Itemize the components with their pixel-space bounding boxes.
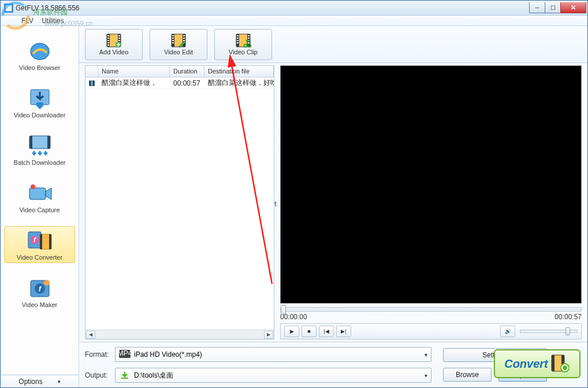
svg-rect-63	[121, 378, 128, 379]
svg-rect-51	[237, 42, 239, 43]
browse-button[interactable]: Browse	[443, 368, 492, 382]
sidebar-item-video-converter[interactable]: f Video Converter	[4, 226, 75, 263]
svg-rect-50	[237, 40, 239, 41]
svg-rect-24	[107, 38, 109, 39]
col-duration[interactable]: Duration	[170, 66, 204, 77]
svg-rect-8	[29, 188, 46, 199]
svg-rect-52	[248, 35, 250, 36]
menu-flv[interactable]: FLV	[21, 17, 34, 25]
svg-rect-41	[183, 35, 185, 36]
sidebar: Video Browser Video Downloader Batch Dow…	[1, 26, 79, 387]
sidebar-item-batch-downloader[interactable]: Batch Downloader	[1, 131, 79, 168]
download-arrow-icon	[119, 371, 131, 380]
svg-rect-29	[118, 38, 120, 39]
svg-rect-15	[49, 234, 51, 249]
sidebar-item-label: Video Capture	[19, 206, 59, 213]
svg-rect-30	[118, 40, 120, 41]
tool-label: Video Clip	[229, 49, 258, 56]
download-icon	[26, 87, 54, 110]
cell-name: 醋溜白菜这样做，	[98, 78, 170, 88]
svg-rect-28	[118, 35, 120, 36]
options-button[interactable]: Options	[1, 375, 79, 387]
titlebar: GetFLV 18.5866.556 ─ ☐ ✕	[1, 1, 587, 16]
menu-utilities[interactable]: Utilities	[42, 17, 64, 25]
svg-rect-23	[107, 35, 109, 36]
sidebar-item-video-browser[interactable]: Video Browser	[1, 36, 79, 73]
sidebar-item-video-capture[interactable]: Video Capture	[1, 179, 79, 216]
volume-slider[interactable]	[520, 330, 578, 333]
film-plus-icon	[106, 33, 122, 48]
bottom-bar: Format: MP4 iPad HD Video(*.mp4) Output:…	[79, 342, 587, 387]
output-combo[interactable]: D:\tools\桌面	[115, 368, 431, 383]
play-button[interactable]: ▶	[284, 326, 299, 337]
splitter-marker: t	[274, 200, 277, 208]
file-icon	[89, 79, 95, 87]
output-value: D:\tools\桌面	[134, 371, 173, 380]
sidebar-item-label: Video Browser	[19, 64, 60, 71]
maker-icon: f	[26, 277, 54, 300]
menubar: FLV Utilities	[1, 16, 587, 26]
h-scrollbar[interactable]: ◀ ▶	[85, 330, 274, 339]
video-clip-button[interactable]: Video Clip	[214, 29, 272, 60]
col-name[interactable]: Name	[98, 66, 170, 77]
window-title: GetFLV 18.5866.556	[16, 4, 530, 12]
col-icon[interactable]	[85, 66, 98, 77]
sidebar-item-label: Video Downloader	[14, 112, 66, 119]
globe-icon	[26, 40, 54, 63]
close-button[interactable]: ✕	[560, 2, 586, 13]
table-row[interactable]: 醋溜白菜这样做， 00:00:57 醋溜白菜这样做，好吃	[85, 77, 274, 89]
film-clip-icon	[235, 33, 251, 48]
next-button[interactable]: ▶|	[336, 326, 351, 337]
svg-rect-37	[172, 35, 174, 36]
svg-rect-42	[183, 38, 185, 39]
svg-rect-65	[552, 355, 554, 371]
mute-button[interactable]: 🔊	[500, 326, 515, 337]
svg-point-9	[31, 184, 35, 189]
batch-download-icon	[26, 135, 54, 158]
svg-rect-27	[107, 45, 109, 46]
window-buttons: ─ ☐ ✕	[530, 2, 586, 13]
toolbar: Add Video Video Edit Video Clip	[79, 26, 587, 63]
video-preview[interactable]	[280, 65, 582, 304]
sidebar-item-video-downloader[interactable]: Video Downloader	[1, 84, 79, 121]
list-header: Name Duration Destination file	[85, 66, 274, 77]
list-rows: 醋溜白菜这样做， 00:00:57 醋溜白菜这样做，好吃	[85, 77, 274, 330]
time-total: 00:00:57	[554, 313, 582, 321]
volume-thumb[interactable]	[565, 327, 570, 335]
scroll-track[interactable]	[96, 331, 263, 339]
col-destination[interactable]: Destination file	[204, 66, 274, 77]
camera-icon	[26, 182, 54, 205]
film-edit-icon	[170, 33, 187, 48]
cell-destination: 醋溜白菜这样做，好吃	[204, 78, 274, 88]
svg-rect-1	[6, 5, 12, 11]
svg-rect-43	[183, 40, 185, 41]
svg-rect-48	[237, 35, 239, 36]
scroll-left-icon[interactable]: ◀	[86, 331, 95, 339]
svg-text:MP4: MP4	[119, 350, 131, 357]
main-area: Add Video Video Edit Video Clip Name Dur…	[79, 26, 587, 387]
svg-rect-14	[40, 234, 42, 249]
player-controls: ▶ ■ |◀ ▶| 🔊	[280, 323, 582, 339]
scroll-right-icon[interactable]: ▶	[264, 331, 273, 339]
sidebar-item-label: Batch Downloader	[14, 159, 66, 166]
convert-button[interactable]: Convert	[494, 349, 580, 378]
video-edit-button[interactable]: Video Edit	[150, 29, 207, 60]
preview-panel: 00:00:00 00:00:57 ▶ ■ |◀ ▶| 🔊	[280, 65, 582, 339]
seek-thumb[interactable]	[281, 305, 286, 315]
app-icon	[4, 3, 13, 13]
svg-rect-5	[29, 136, 50, 149]
convert-label: Convert	[504, 357, 548, 371]
svg-rect-60	[93, 80, 94, 86]
maximize-button[interactable]: ☐	[545, 2, 561, 13]
sidebar-item-video-maker[interactable]: f Video Maker	[1, 274, 79, 311]
prev-button[interactable]: |◀	[319, 326, 334, 337]
seek-slider[interactable]	[280, 307, 582, 312]
svg-rect-40	[172, 42, 174, 43]
add-video-button[interactable]: Add Video	[85, 29, 143, 60]
stop-button[interactable]: ■	[302, 326, 317, 337]
format-combo[interactable]: MP4 iPad HD Video(*.mp4)	[115, 347, 431, 362]
sidebar-item-label: Video Converter	[17, 254, 62, 261]
cell-duration: 00:00:57	[170, 79, 204, 87]
minimize-button[interactable]: ─	[529, 2, 545, 13]
svg-rect-6	[29, 136, 32, 149]
